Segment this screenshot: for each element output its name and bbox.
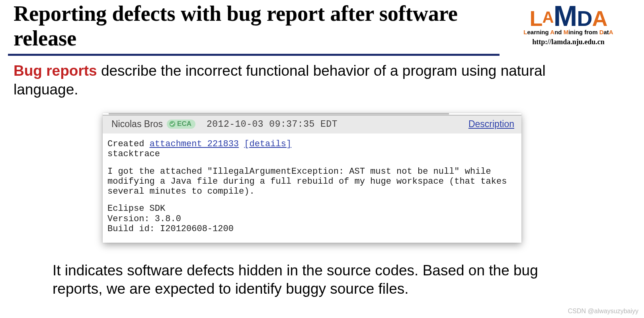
build-line: Build id: I20120608-1200 <box>107 224 234 234</box>
logo-letter-a1: A <box>543 8 554 26</box>
description-link[interactable]: Description <box>468 119 514 130</box>
svg-point-0 <box>170 121 176 127</box>
logo-letter-a2: A <box>592 6 607 30</box>
bug-author: Nicolas Bros <box>111 119 163 130</box>
outro-text: It indicates software defects hidden in … <box>53 261 562 298</box>
stacktrace-label: stacktrace <box>107 149 160 159</box>
bug-paragraph: I got the attached "IllegalArgumentExcep… <box>107 167 517 197</box>
sdk-line: Eclipse SDK <box>107 204 165 214</box>
eca-badge-label: ECA <box>177 120 191 128</box>
logo-letter-m: M <box>553 0 577 32</box>
logo-wordmark: LAMDA <box>517 2 620 29</box>
logo-url: http://lamda.nju.edu.cn <box>517 38 620 46</box>
version-line: Version: 3.8.0 <box>107 214 181 224</box>
attachment-link[interactable]: attachment 221833 <box>150 139 239 149</box>
bug-created-block: Created attachment 221833 [details] stac… <box>107 139 517 159</box>
eca-badge: ECA <box>167 120 195 128</box>
slide: Reporting defects with bug report after … <box>0 0 644 318</box>
bug-report-card: Nicolas Bros ECA 2012-10-03 09:37:35 EDT… <box>103 113 521 243</box>
details-link[interactable]: [details] <box>244 139 291 149</box>
lamda-logo: LAMDA Learning And Mining from DatA http… <box>517 2 620 46</box>
logo-letter-d: D <box>577 6 592 30</box>
check-icon <box>169 121 176 127</box>
bug-header: Nicolas Bros ECA 2012-10-03 09:37:35 EDT… <box>103 115 521 133</box>
logo-tagline: Learning And Mining from DatA <box>517 29 620 35</box>
title-block: Reporting defects with bug report after … <box>8 0 500 56</box>
bug-body: Created attachment 221833 [details] stac… <box>103 133 521 243</box>
bug-env-block: Eclipse SDK Version: 3.8.0 Build id: I20… <box>107 204 517 234</box>
intro-text: Bug reports describe the incorrect funct… <box>14 62 571 99</box>
title-underline <box>8 54 500 56</box>
intro-highlight: Bug reports <box>14 63 97 79</box>
logo-letter-l: L <box>530 6 543 30</box>
bug-timestamp: 2012-10-03 09:37:35 EDT <box>207 119 468 130</box>
created-prefix: Created <box>107 139 150 149</box>
watermark: CSDN @alwaysuzybaiyy <box>568 308 638 315</box>
slide-title: Reporting defects with bug report after … <box>14 2 500 51</box>
